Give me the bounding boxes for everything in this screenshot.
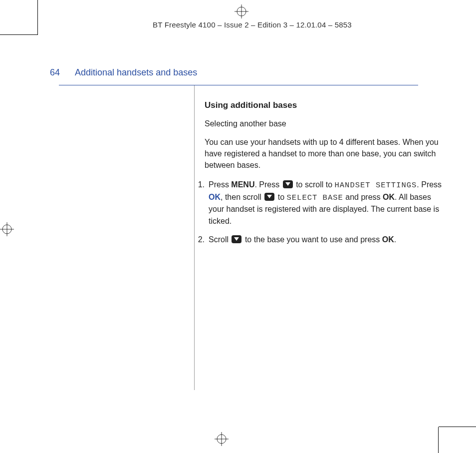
down-arrow-icon xyxy=(232,235,241,243)
lcd-text: SELECT BASE xyxy=(287,193,343,202)
crop-mark xyxy=(439,427,476,427)
section-title: Additional handsets and bases xyxy=(75,67,197,78)
crop-mark xyxy=(37,0,38,35)
step-number: 2 xyxy=(192,234,209,245)
crop-mark xyxy=(438,427,439,453)
registration-mark-icon xyxy=(215,432,229,446)
registration-mark-icon xyxy=(0,222,14,236)
down-arrow-icon xyxy=(283,180,293,188)
lcd-text: HANDSET SETTINGS xyxy=(335,181,417,190)
page-content: 64 Additional handsets and bases Using a… xyxy=(50,67,446,390)
ok-key-label: OK xyxy=(209,193,221,201)
step-item: 2 Scroll to the base you want to use and… xyxy=(205,234,444,245)
step-body: Press MENU. Press to scroll to HANDSET S… xyxy=(209,179,444,226)
down-arrow-icon xyxy=(264,193,274,201)
two-column-layout: Using additional bases Selecting another… xyxy=(50,85,446,390)
step-item: 1 Press MENU. Press to scroll to HANDSET… xyxy=(205,179,444,226)
registration-mark-icon xyxy=(235,4,248,18)
document-header: BT Freestyle 4100 – Issue 2 – Edition 3 … xyxy=(153,20,352,29)
body-subheading: Selecting another base xyxy=(205,118,444,129)
step-body: Scroll to the base you want to use and p… xyxy=(209,234,444,245)
step-number: 1 xyxy=(192,179,209,226)
section-header: 64 Additional handsets and bases xyxy=(50,67,446,78)
ok-key-label: OK xyxy=(382,235,394,244)
menu-key-label: MENU xyxy=(231,180,254,189)
body-heading: Using additional bases xyxy=(205,99,444,112)
ok-key-label: OK xyxy=(383,193,395,201)
intro-paragraph: You can use your handsets with up to 4 d… xyxy=(205,136,444,171)
body-column: Using additional bases Selecting another… xyxy=(205,99,444,252)
crop-mark xyxy=(0,34,37,35)
page-number: 64 xyxy=(50,67,60,78)
